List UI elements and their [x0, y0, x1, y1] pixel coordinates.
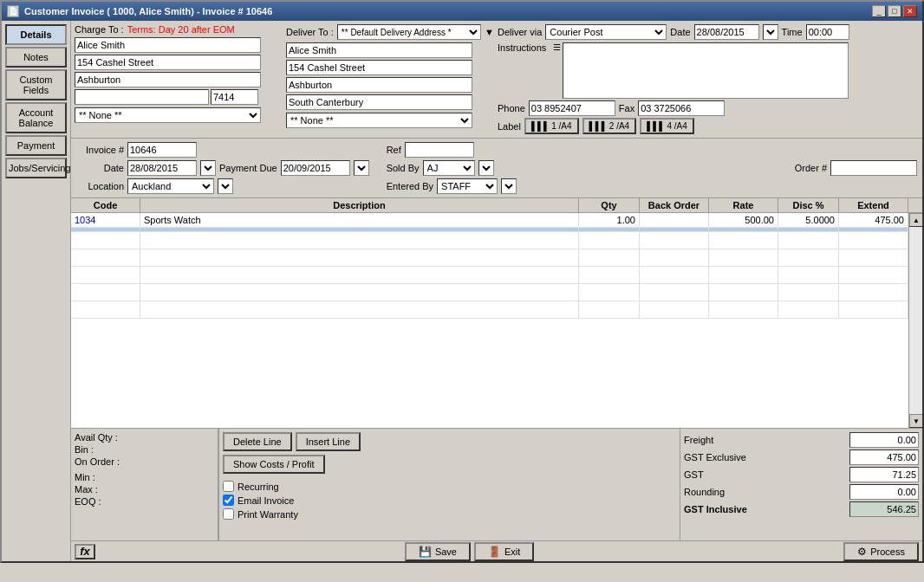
- sold-by-select[interactable]: AJ: [423, 160, 475, 176]
- table-row-empty[interactable]: [71, 267, 908, 284]
- date-dropdown[interactable]: ▼: [763, 24, 778, 40]
- rounding-value[interactable]: [849, 484, 919, 500]
- deliver-via-select[interactable]: Courier Post: [545, 24, 667, 40]
- max-row: Max :: [75, 484, 214, 495]
- table-row-empty[interactable]: [71, 249, 908, 267]
- table-row-empty[interactable]: [71, 232, 908, 249]
- deliver-via-date[interactable]: [694, 24, 759, 40]
- email-invoice-row: Email Invoice: [223, 495, 676, 506]
- charge-to-none-select[interactable]: ** None **: [75, 107, 261, 123]
- invoice-date-dropdown[interactable]: ▼: [200, 160, 216, 176]
- table-row[interactable]: 1034 Sports Watch 1.00 500.00 5.0000 475…: [71, 213, 908, 228]
- instructions-label: Instructions: [498, 42, 550, 99]
- invoice-date-input[interactable]: [127, 160, 197, 176]
- scroll-track[interactable]: [909, 227, 922, 414]
- label-2a4-button[interactable]: ▌▌▌ 2 /A4: [582, 118, 637, 134]
- content-area: Details Notes Custom Fields Account Bala…: [2, 21, 922, 561]
- sidebar-item-custom-fields[interactable]: Custom Fields: [5, 69, 67, 100]
- charge-to-region[interactable]: [75, 89, 209, 105]
- invoice-number-input[interactable]: [127, 142, 197, 158]
- fx-button[interactable]: fx: [75, 544, 95, 559]
- deliver-to-none-select[interactable]: ** None **: [286, 113, 472, 128]
- sidebar-item-account-balance[interactable]: Account Balance: [5, 102, 67, 133]
- deliver-to-street[interactable]: [286, 60, 472, 75]
- empty-cell: [709, 267, 778, 283]
- empty-cell: [709, 284, 778, 301]
- table-body[interactable]: 1034 Sports Watch 1.00 500.00 5.0000 475…: [71, 213, 908, 428]
- gst-label: GST: [684, 469, 771, 480]
- cell-disc-1: [778, 228, 839, 231]
- empty-cell: [140, 232, 579, 249]
- gst-inclusive-value[interactable]: [849, 501, 919, 517]
- status-bar: fx 💾 Save 🚪 Exit ⚙ Process: [71, 540, 922, 561]
- payment-due-dropdown[interactable]: ▼: [354, 160, 369, 176]
- charge-to-city[interactable]: [75, 72, 261, 87]
- instructions-area-wrapper: ☰: [553, 42, 919, 99]
- payment-due-label: Payment Due: [219, 163, 277, 173]
- location-select[interactable]: Auckland: [127, 178, 214, 194]
- recurring-checkbox[interactable]: [223, 481, 234, 492]
- label-section: Label ▌▌▌ 1 /A4 ▌▌▌ 2 /A4 ▌▌▌: [498, 118, 919, 134]
- location-dropdown[interactable]: ▼: [218, 178, 233, 194]
- order-input[interactable]: [830, 160, 917, 176]
- table-row-empty[interactable]: [71, 284, 908, 301]
- charge-to-name[interactable]: [75, 37, 261, 53]
- process-button[interactable]: ⚙ Process: [843, 542, 919, 561]
- sold-by-dropdown[interactable]: ▼: [478, 160, 494, 176]
- deliver-via-time[interactable]: [806, 24, 849, 40]
- cell-desc-0: Sports Watch: [140, 213, 579, 227]
- cell-code-0: 1034: [71, 213, 140, 227]
- gst-value[interactable]: [849, 467, 919, 482]
- recurring-label: Recurring: [238, 482, 279, 492]
- phone-input[interactable]: [529, 100, 615, 116]
- sidebar-item-payment[interactable]: Payment: [5, 135, 67, 156]
- main-content: Charge To : Terms: Day 20 after EOM: [71, 21, 922, 561]
- delete-line-button[interactable]: Delete Line: [223, 432, 292, 451]
- empty-cell: [640, 301, 709, 318]
- eoq-label: EOQ :: [75, 496, 101, 507]
- scroll-down-button[interactable]: ▼: [909, 414, 922, 428]
- sidebar-item-details[interactable]: Details: [5, 24, 67, 45]
- empty-cell: [640, 232, 709, 249]
- instructions-textarea[interactable]: [563, 42, 849, 99]
- ref-row: Ref: [387, 142, 517, 158]
- fax-input[interactable]: [638, 100, 725, 116]
- table-scrollbar[interactable]: ▲ ▼: [908, 213, 922, 428]
- deliver-to-city[interactable]: [286, 77, 472, 93]
- show-costs-button[interactable]: Show Costs / Profit: [223, 455, 325, 474]
- top-row: Charge To : Terms: Day 20 after EOM: [75, 24, 919, 134]
- table-row-empty[interactable]: [71, 301, 908, 319]
- email-invoice-checkbox[interactable]: [223, 495, 234, 506]
- gst-exclusive-value[interactable]: [849, 449, 919, 465]
- insert-line-button[interactable]: Insert Line: [296, 432, 361, 451]
- charge-to-postcode[interactable]: [211, 89, 258, 105]
- freight-value[interactable]: [849, 432, 919, 448]
- deliver-to-name[interactable]: [286, 42, 472, 58]
- close-button[interactable]: ✕: [903, 5, 917, 17]
- charge-to-street[interactable]: [75, 55, 261, 70]
- empty-cell: [640, 284, 709, 301]
- empty-cell: [140, 284, 579, 301]
- label-1a4-button[interactable]: ▌▌▌ 1 /A4: [524, 118, 579, 134]
- date-label: Date: [670, 27, 690, 37]
- sidebar-item-jobs-servicing[interactable]: Jobs/Servicing: [5, 158, 67, 178]
- maximize-button[interactable]: □: [888, 5, 901, 17]
- payment-due-input[interactable]: [281, 160, 350, 176]
- instructions-row: Instructions ☰: [498, 42, 919, 99]
- empty-cell: [579, 249, 640, 266]
- minimize-button[interactable]: _: [872, 5, 886, 17]
- exit-button[interactable]: 🚪 Exit: [474, 542, 534, 561]
- checkboxes: Recurring Email Invoice Print Warranty: [223, 481, 676, 520]
- label-4a4-button[interactable]: ▌▌▌ 4 /A4: [640, 118, 694, 134]
- deliver-to-region[interactable]: [286, 94, 472, 110]
- ref-input[interactable]: [405, 142, 474, 158]
- sidebar-item-notes[interactable]: Notes: [5, 47, 67, 68]
- entered-by-dropdown[interactable]: ▼: [501, 178, 517, 194]
- print-warranty-checkbox[interactable]: [223, 508, 234, 520]
- entered-by-select[interactable]: STAFF: [437, 178, 498, 194]
- scroll-up-button[interactable]: ▲: [909, 213, 922, 227]
- empty-cell: [71, 232, 140, 249]
- empty-cell: [71, 267, 140, 283]
- deliver-to-default-select[interactable]: ** Default Delivery Address *: [337, 24, 481, 40]
- save-button[interactable]: 💾 Save: [405, 542, 471, 561]
